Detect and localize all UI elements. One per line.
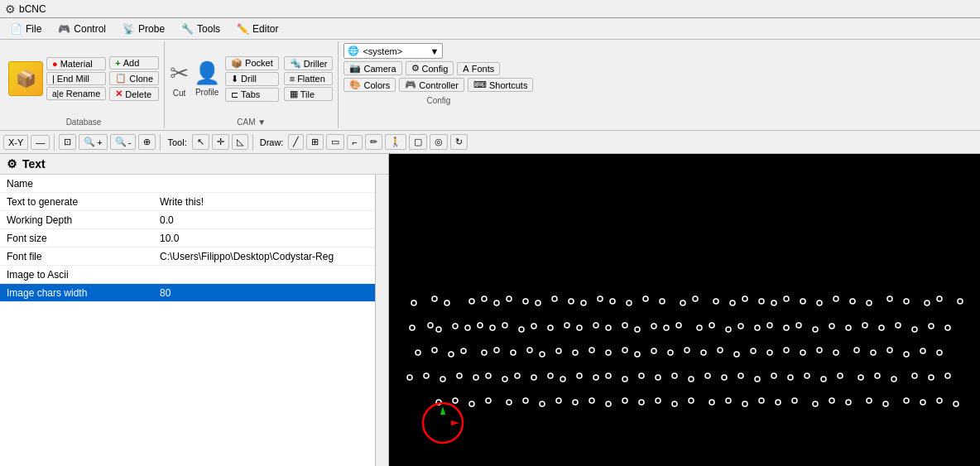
svg-point-8 bbox=[536, 300, 540, 305]
config-button[interactable]: ⚙ Config bbox=[406, 61, 454, 75]
svg-point-93 bbox=[751, 348, 756, 353]
flatten-button[interactable]: ≡ Flatten bbox=[284, 72, 334, 85]
draw-label: Draw: bbox=[257, 137, 286, 147]
menu-tools-label: Tools bbox=[197, 23, 220, 35]
draw-rect-button[interactable]: ▭ bbox=[326, 134, 344, 150]
pocket-button[interactable]: 📦 Pocket bbox=[225, 56, 279, 70]
menu-probe[interactable]: 📡 Probe bbox=[116, 22, 171, 36]
canvas-area[interactable] bbox=[389, 154, 980, 466]
zoom-in-button[interactable]: 🔍+ bbox=[79, 134, 107, 150]
svg-point-144 bbox=[523, 398, 528, 403]
svg-point-151 bbox=[639, 400, 644, 405]
triangle-button[interactable]: ◺ bbox=[232, 134, 248, 150]
draw-walk-button[interactable]: 🚶 bbox=[385, 134, 406, 150]
main-content: ⚙ Text NameText to generateWrite this!Wo… bbox=[0, 154, 980, 466]
table-row[interactable]: Font size10.0 bbox=[0, 229, 375, 247]
cursor-button[interactable]: ↖ bbox=[192, 134, 209, 150]
svg-point-138 bbox=[945, 373, 950, 378]
svg-point-84 bbox=[606, 350, 611, 355]
menu-control[interactable]: 🎮 Control bbox=[51, 22, 113, 36]
cam-dropdown-arrow[interactable]: ▼ bbox=[257, 118, 266, 127]
prop-value bbox=[153, 273, 375, 276]
svg-point-4 bbox=[482, 296, 487, 301]
crosshair-button[interactable]: ⊕ bbox=[138, 134, 156, 150]
svg-point-51 bbox=[635, 327, 640, 332]
svg-point-119 bbox=[622, 377, 627, 382]
table-row[interactable]: Text to generateWrite this! bbox=[0, 193, 375, 211]
menu-editor[interactable]: ✏️ Editor bbox=[230, 22, 285, 36]
svg-point-145 bbox=[540, 401, 545, 406]
driller-button[interactable]: 🔩 Driller bbox=[284, 56, 334, 70]
svg-point-127 bbox=[755, 377, 760, 382]
rename-button[interactable]: a|e Rename bbox=[46, 87, 106, 100]
add-button[interactable]: + Add bbox=[109, 56, 159, 70]
dash-button[interactable]: — bbox=[31, 135, 50, 150]
svg-point-10 bbox=[569, 299, 574, 304]
draw-line-button[interactable]: ╱ bbox=[288, 134, 304, 150]
zoom-out-button[interactable]: 🔍- bbox=[110, 134, 137, 150]
svg-marker-171 bbox=[451, 420, 459, 425]
svg-point-57 bbox=[726, 327, 731, 332]
svg-point-64 bbox=[829, 324, 834, 329]
xy-label: X-Y bbox=[8, 137, 23, 147]
title-bar: ⚙ bCNC bbox=[0, 0, 980, 18]
scissors-icon: ✂ bbox=[170, 60, 189, 87]
table-row[interactable]: Font fileC:\Users\Filippo\Desktop\Codyst… bbox=[0, 247, 375, 266]
shortcuts-button[interactable]: ⌨ Shortcuts bbox=[468, 78, 533, 92]
draw-rotate-button[interactable]: ↻ bbox=[450, 134, 468, 150]
stock-button[interactable]: 📦 bbox=[8, 61, 43, 96]
menu-tools[interactable]: 🔧 Tools bbox=[175, 22, 227, 36]
delete-button[interactable]: ✕ Delete bbox=[109, 87, 159, 101]
svg-point-94 bbox=[767, 350, 772, 355]
material-button[interactable]: ● Material bbox=[46, 57, 106, 70]
colors-button[interactable]: 🎨 Colors bbox=[343, 78, 396, 92]
svg-point-78 bbox=[511, 350, 516, 355]
draw-pencil-button[interactable]: ✏ bbox=[365, 134, 382, 150]
table-row[interactable]: Image chars width80 bbox=[0, 284, 375, 302]
crosshair-icon: ⊕ bbox=[143, 137, 151, 147]
svg-point-34 bbox=[958, 299, 963, 304]
svg-point-32 bbox=[925, 300, 930, 305]
prop-value[interactable]: 80 bbox=[153, 286, 375, 300]
controller-button[interactable]: 🎮 Controller bbox=[399, 78, 464, 92]
svg-point-149 bbox=[606, 401, 611, 406]
prop-key: Text to generate bbox=[0, 195, 153, 209]
fonts-button[interactable]: A Fonts bbox=[457, 62, 500, 75]
table-row[interactable]: Name bbox=[0, 175, 375, 193]
svg-point-129 bbox=[788, 375, 793, 380]
svg-point-91 bbox=[718, 348, 723, 353]
svg-point-131 bbox=[821, 377, 826, 382]
draw-grid-button[interactable]: ⊞ bbox=[306, 134, 324, 150]
draw-box-button[interactable]: ▢ bbox=[409, 134, 427, 150]
tile-icon: ▦ bbox=[290, 89, 298, 99]
svg-point-61 bbox=[784, 325, 789, 330]
svg-point-49 bbox=[606, 325, 611, 330]
scrollbar[interactable] bbox=[375, 175, 388, 466]
prop-value bbox=[153, 182, 375, 185]
table-row[interactable]: Image to Ascii bbox=[0, 266, 375, 284]
draw-circle-button[interactable]: ◎ bbox=[430, 134, 448, 150]
clone-button[interactable]: 📋 Clone bbox=[109, 71, 159, 85]
svg-point-158 bbox=[759, 398, 764, 403]
tile-button[interactable]: ▦ Tile bbox=[284, 87, 334, 101]
camera-button[interactable]: 📷 Camera bbox=[343, 61, 401, 75]
prop-value: 0.0 bbox=[153, 213, 375, 228]
svg-point-126 bbox=[738, 373, 743, 378]
svg-point-45 bbox=[548, 325, 553, 330]
end-mill-button[interactable]: | End Mill bbox=[46, 72, 106, 85]
table-row[interactable]: Working Depth0.0 bbox=[0, 211, 375, 229]
menu-file[interactable]: 📄 File bbox=[3, 22, 48, 36]
tabs-button[interactable]: ⊏ Tabs bbox=[225, 88, 279, 102]
delete-icon: ✕ bbox=[115, 89, 122, 99]
svg-point-7 bbox=[523, 299, 528, 304]
svg-point-113 bbox=[531, 375, 536, 380]
draw-measure-button[interactable]: ⌐ bbox=[347, 135, 362, 150]
draw-rotate-icon: ↻ bbox=[455, 137, 463, 147]
move-button[interactable]: ✛ bbox=[212, 134, 229, 150]
xy-button[interactable]: X-Y bbox=[3, 135, 28, 150]
svg-point-74 bbox=[449, 352, 454, 357]
zoom-fit-button[interactable]: ⊡ bbox=[59, 134, 76, 150]
drill-button[interactable]: ⬇ Drill bbox=[225, 72, 279, 86]
system-dropdown[interactable]: 🌐 <system> ▼ bbox=[343, 43, 443, 59]
svg-point-21 bbox=[742, 296, 747, 301]
